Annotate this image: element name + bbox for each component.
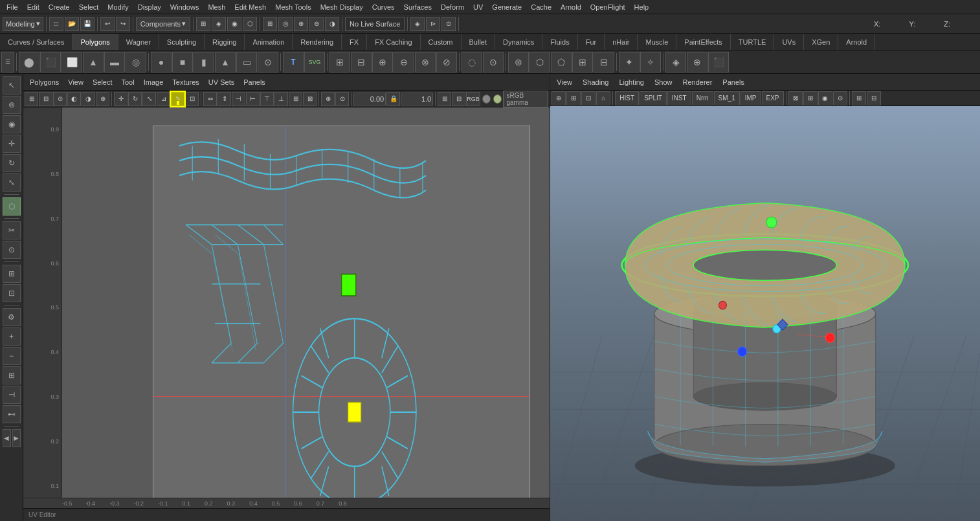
shelf-offset-icon[interactable]: ⊟ bbox=[594, 52, 614, 72]
vp-menu-renderer[interactable]: Renderer bbox=[678, 77, 716, 87]
new-scene-btn[interactable]: □ bbox=[49, 17, 63, 31]
tab-dynamics[interactable]: Dynamics bbox=[495, 34, 542, 50]
vp-split-btn[interactable]: SPLIT bbox=[640, 91, 667, 105]
select-tool-btn[interactable]: ↖ bbox=[3, 76, 21, 94]
menu-mesh[interactable]: Mesh bbox=[204, 2, 229, 12]
tab-rigging[interactable]: Rigging bbox=[205, 34, 245, 50]
snap-btn[interactable]: ⊷ bbox=[3, 405, 21, 423]
tab-turtle[interactable]: TURTLE bbox=[731, 34, 775, 50]
redo-btn[interactable]: ↪ bbox=[116, 17, 130, 31]
menu-edit[interactable]: Edit bbox=[23, 2, 43, 12]
uv-grid-vis-btn[interactable]: ⊞ bbox=[438, 92, 451, 106]
menu-edit-mesh[interactable]: Edit Mesh bbox=[230, 2, 270, 12]
uv-menu-uvsets[interactable]: UV Sets bbox=[205, 77, 238, 87]
shelf-poly-torus-icon[interactable]: ⊙ bbox=[258, 52, 278, 72]
uv-menu-view[interactable]: View bbox=[64, 77, 87, 87]
menu-surfaces[interactable]: Surfaces bbox=[400, 2, 436, 12]
tab-fur[interactable]: Fur bbox=[578, 34, 605, 50]
shelf-poly-cyl-icon[interactable]: ▮ bbox=[194, 52, 214, 72]
menu-file[interactable]: File bbox=[3, 2, 22, 12]
tab-nhair[interactable]: nHair bbox=[605, 34, 638, 50]
render-seq-btn[interactable]: ⊳ bbox=[426, 17, 440, 31]
shelf-smooth-icon[interactable]: ◌ bbox=[462, 52, 482, 72]
tab-fx[interactable]: FX bbox=[342, 34, 367, 50]
menu-help[interactable]: Help bbox=[630, 2, 653, 12]
uv-inverse-btn[interactable]: ⊕ bbox=[96, 92, 109, 106]
snap-to-edge-btn[interactable]: ⊖ bbox=[309, 17, 324, 31]
shelf-svg-icon[interactable]: SVG bbox=[304, 52, 325, 72]
vp-camera-btn[interactable]: ⊕ bbox=[551, 91, 566, 105]
uv-menu-image[interactable]: Image bbox=[140, 77, 168, 87]
menu-generate[interactable]: Generate bbox=[488, 2, 526, 12]
vp-frame-sel-btn[interactable]: ⊡ bbox=[581, 91, 596, 105]
components-dropdown[interactable]: Components ▾ bbox=[136, 17, 190, 31]
tab-rendering[interactable]: Rendering bbox=[293, 34, 342, 50]
tab-sculpting[interactable]: Sculpting bbox=[159, 34, 205, 50]
uv-scale-btn[interactable]: ⤡ bbox=[142, 92, 156, 106]
settings-btn[interactable]: ⚙ bbox=[3, 308, 21, 326]
uv-canvas[interactable]: 0.9 0.8 0.7 0.6 0.5 0.4 0.3 0.2 0.1 bbox=[23, 107, 550, 521]
open-btn[interactable]: 📂 bbox=[65, 17, 79, 31]
grid-toggle-btn[interactable]: ⊞ bbox=[3, 366, 21, 384]
shelf-poly-cube-icon[interactable]: ■ bbox=[172, 52, 193, 72]
vp-menu-show[interactable]: Show bbox=[651, 77, 676, 87]
uv-spread-btn[interactable]: ⊞ bbox=[289, 92, 302, 106]
select-by-component-btn[interactable]: ◈ bbox=[212, 17, 226, 31]
uv-draw-btn[interactable]: ✎ bbox=[171, 92, 184, 106]
vp-inst-btn[interactable]: INST bbox=[667, 91, 691, 105]
vp-frame-all-btn[interactable]: ⊞ bbox=[566, 91, 581, 105]
vp-exp-btn[interactable]: EXP bbox=[762, 91, 784, 105]
uv-stack-btn[interactable]: ⊠ bbox=[303, 92, 317, 106]
tab-muscle[interactable]: Muscle bbox=[638, 34, 676, 50]
shelf-reduce-icon[interactable]: ⊙ bbox=[483, 52, 504, 72]
symmetry-btn[interactable]: ⊣ bbox=[3, 386, 21, 404]
menu-arnold[interactable]: Arnold bbox=[557, 2, 585, 12]
vp-grid-btn[interactable]: ⊞ bbox=[852, 91, 866, 105]
shelf-plane-icon[interactable]: ▬ bbox=[104, 52, 125, 72]
tab-uvs[interactable]: UVs bbox=[774, 34, 804, 50]
shelf-poly-sphere-icon[interactable]: ● bbox=[151, 52, 172, 72]
shelf-sphere-icon[interactable]: ⬤ bbox=[19, 52, 39, 72]
uv-align-bot-btn[interactable]: ⊥ bbox=[274, 92, 288, 106]
menu-mesh-tools[interactable]: Mesh Tools bbox=[271, 2, 315, 12]
shelf-combine-icon[interactable]: ⊞ bbox=[329, 52, 350, 72]
uv-loop-btn[interactable]: ⊙ bbox=[53, 92, 67, 106]
vp-menu-panels[interactable]: Panels bbox=[718, 77, 748, 87]
mode-dropdown[interactable]: Modeling ▾ bbox=[3, 17, 43, 31]
shelf-cube-icon[interactable]: ⬛ bbox=[40, 52, 61, 72]
shelf-chamfer-icon[interactable]: ⬠ bbox=[551, 52, 572, 72]
tab-animation[interactable]: Animation bbox=[245, 34, 293, 50]
shelf-fill-icon[interactable]: ⊘ bbox=[436, 52, 457, 72]
menu-openflight[interactable]: OpenFlight bbox=[586, 2, 629, 12]
cut-sew-btn[interactable]: ✂ bbox=[3, 221, 21, 239]
move-tool-btn[interactable]: ✛ bbox=[3, 135, 21, 153]
tab-polygons[interactable]: Polygons bbox=[72, 34, 118, 50]
uv-menu-polygons[interactable]: Polygons bbox=[26, 77, 63, 87]
shelf-insert-icon[interactable]: ⊞ bbox=[572, 52, 593, 72]
vp-menu-view[interactable]: View bbox=[553, 77, 576, 87]
undo-btn[interactable]: ↩ bbox=[100, 17, 115, 31]
select-by-uv-btn[interactable]: ⬡ bbox=[243, 17, 257, 31]
vp-menu-lighting[interactable]: Lighting bbox=[615, 77, 648, 87]
shelf-bevel-icon[interactable]: ⬡ bbox=[529, 52, 550, 72]
menu-display[interactable]: Display bbox=[134, 2, 165, 12]
shelf-sculpt-icon[interactable]: ✦ bbox=[619, 52, 640, 72]
tab-fx-caching[interactable]: FX Caching bbox=[367, 34, 420, 50]
uv-lock-btn[interactable]: 🔒 bbox=[386, 92, 400, 106]
shelf-shade-icon[interactable]: ⬛ bbox=[708, 52, 729, 72]
minus-btn[interactable]: − bbox=[3, 347, 21, 365]
shelf-text-icon[interactable]: T bbox=[283, 52, 304, 72]
shelf-cylinder-icon[interactable]: ⬜ bbox=[61, 52, 82, 72]
menu-windows[interactable]: Windows bbox=[166, 2, 203, 12]
uv-rgb-btn[interactable]: RGB bbox=[466, 92, 480, 106]
uv-pin2-btn[interactable]: ⊡ bbox=[185, 92, 199, 106]
prev-btn[interactable]: ◄ bbox=[3, 429, 11, 447]
uv-menu-panels[interactable]: Panels bbox=[239, 77, 269, 87]
uv-align-left-btn[interactable]: ⊣ bbox=[232, 92, 245, 106]
plus-btn[interactable]: + bbox=[3, 327, 21, 346]
vp-display-btn[interactable]: ⊠ bbox=[788, 91, 803, 105]
uv-border-btn[interactable]: ◑ bbox=[82, 92, 95, 106]
uv-flip-h-btn[interactable]: ⇔ bbox=[203, 92, 217, 106]
menu-create[interactable]: Create bbox=[45, 2, 74, 12]
select-by-object-btn[interactable]: ◉ bbox=[227, 17, 241, 31]
